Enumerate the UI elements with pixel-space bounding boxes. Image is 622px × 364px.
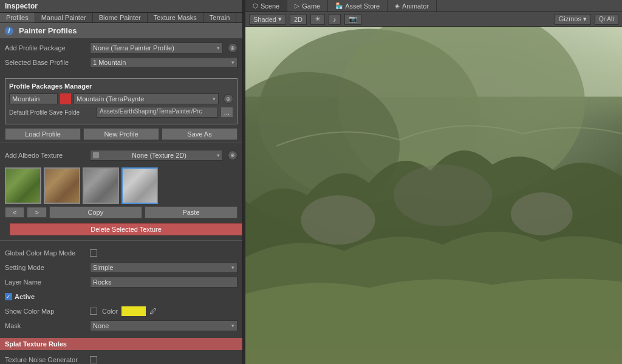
scene-icon: ⬡: [253, 2, 258, 9]
manager-name-row: Mountain (TerraPaynte ▾ ⊕: [9, 93, 233, 104]
profile-buttons-row: Load Profile New Profile Save As: [5, 128, 238, 140]
add-profile-row: Add Profile Package None (Terra Painter …: [5, 42, 238, 54]
albedo-options-btn[interactable]: ⊕: [228, 150, 238, 160]
animator-icon: ◈: [395, 2, 400, 9]
noise-gen-label: Texture Noise Generator: [5, 356, 90, 363]
terrain-scene-view[interactable]: [245, 27, 622, 364]
shading-dropdown[interactable]: Shaded▾: [249, 14, 286, 25]
add-profile-dropdown[interactable]: None (Terra Painter Profile) ▾: [90, 42, 223, 53]
scene-toolbar: Shaded▾ 2D ☀ ♪ 📷 Gizmos ▾ Qr Alt: [245, 12, 622, 27]
scene-tab-asset-store[interactable]: 🏪 Asset Store: [328, 0, 388, 12]
noise-gen-row: Texture Noise Generator: [5, 354, 238, 364]
save-folder-path: Assets/EarthShaping/TerraPainter/Prc: [97, 107, 218, 118]
add-albedo-row: Add Albedo Texture None (Texture 2D) ▾ ⊕: [5, 149, 238, 161]
texture-thumbnails: [5, 167, 238, 204]
save-folder-row: Default Profile Save Folde Assets/EarthS…: [9, 107, 233, 118]
svg-point-6: [511, 192, 573, 235]
mask-row: Mask None ▾: [5, 320, 238, 332]
settings-section: Global Color Map Mode Setting Mode Simpl…: [0, 243, 242, 338]
save-as-btn[interactable]: Save As: [162, 128, 238, 140]
tab-terrain[interactable]: Terrain: [203, 13, 237, 22]
profile-dropdown[interactable]: Mountain (TerraPaynte ▾: [73, 93, 219, 104]
audio-icon[interactable]: ♪: [329, 14, 341, 25]
copy-btn[interactable]: Copy: [49, 206, 142, 218]
mask-label: Mask: [5, 322, 90, 329]
2d-toggle[interactable]: 2D: [290, 14, 307, 25]
qa-btn[interactable]: Qr Alt: [595, 14, 618, 25]
save-folder-label: Default Profile Save Folde: [9, 109, 94, 116]
setting-mode-label: Setting Mode: [5, 264, 90, 271]
info-icon: i: [5, 27, 13, 35]
show-color-map-checkbox[interactable]: [90, 308, 97, 315]
sun-icon[interactable]: ☀: [310, 14, 325, 25]
manager-title: Profile Packages Manager: [9, 83, 233, 90]
splat-section-title: Splat Texture Rules: [0, 338, 242, 350]
load-profile-btn[interactable]: Load Profile: [5, 128, 81, 140]
browse-folder-btn[interactable]: ...: [220, 107, 233, 118]
gizmos-btn[interactable]: Gizmos ▾: [555, 14, 591, 25]
selected-base-row: Selected Base Profile 1 Mountain ▾: [5, 56, 238, 69]
scene-panel: ⬡ Scene ▷ Game 🏪 Asset Store ◈ Animator …: [245, 0, 622, 364]
svg-point-5: [394, 164, 493, 226]
global-color-checkbox[interactable]: [90, 249, 97, 257]
mask-dropdown[interactable]: None ▾: [90, 320, 238, 331]
new-profile-btn[interactable]: New Profile: [83, 128, 159, 140]
show-color-map-row: Show Color Map Color 🖊: [5, 305, 238, 317]
terrain-svg: [245, 27, 622, 364]
active-label: Active: [15, 293, 35, 300]
layer-name-row: Layer Name: [5, 276, 238, 288]
color-label: Color: [102, 308, 118, 315]
active-row: Active: [5, 291, 238, 303]
show-color-map-label: Show Color Map: [5, 308, 90, 315]
global-color-row: Global Color Map Mode: [5, 247, 238, 259]
setting-mode-dropdown[interactable]: Simple ▾: [90, 262, 238, 273]
scene-tab-scene[interactable]: ⬡ Scene: [245, 0, 287, 12]
terrain-background: [245, 27, 622, 364]
scene-tab-game[interactable]: ▷ Game: [287, 0, 328, 12]
inspector-panel: Inspector Profiles Manual Painter Biome …: [0, 0, 243, 364]
add-albedo-label: Add Albedo Texture: [5, 152, 90, 159]
setting-mode-row: Setting Mode Simple ▾: [5, 261, 238, 274]
layer-name-label: Layer Name: [5, 278, 90, 286]
scene-tabs-bar: ⬡ Scene ▷ Game 🏪 Asset Store ◈ Animator: [245, 0, 622, 12]
add-profile-label: Add Profile Package: [5, 44, 90, 52]
color-swatch[interactable]: [60, 93, 71, 104]
layer-name-input[interactable]: [90, 277, 238, 288]
profile-manager-box: Profile Packages Manager Mountain (Terra…: [5, 78, 238, 124]
noise-gen-checkbox[interactable]: [90, 356, 97, 363]
tab-manual-painter[interactable]: Manual Painter: [35, 13, 93, 22]
tab-texture-masks[interactable]: Texture Masks: [148, 13, 203, 22]
inspector-label: Inspector: [5, 2, 38, 10]
profile-name-input[interactable]: [9, 93, 58, 104]
delete-texture-btn[interactable]: Delete Selected Texture: [10, 223, 242, 235]
tab-biome-painter[interactable]: Biome Painter: [93, 13, 148, 22]
selected-base-dropdown[interactable]: 1 Mountain ▾: [90, 57, 238, 68]
texture-thumb-4[interactable]: [121, 167, 158, 204]
inspector-header: Inspector: [0, 0, 242, 13]
add-profile-options-btn[interactable]: ⊕: [228, 43, 238, 53]
color-swatch-yellow[interactable]: [121, 306, 146, 316]
profile-options-btn[interactable]: ⊕: [224, 94, 233, 104]
splat-content: Texture Noise Generator Cavity Type Conc…: [0, 350, 242, 364]
texture-thumb-3[interactable]: [83, 167, 119, 204]
global-color-label: Global Color Map Mode: [5, 249, 90, 257]
selected-base-label: Selected Base Profile: [5, 59, 90, 66]
nav-copy-row: < > Copy Paste: [5, 206, 238, 218]
albedo-texture-dropdown[interactable]: None (Texture 2D) ▾: [90, 150, 223, 161]
game-icon: ▷: [295, 2, 299, 9]
store-icon: 🏪: [335, 2, 343, 9]
texture-thumb-2[interactable]: [44, 167, 80, 204]
eyedropper-btn[interactable]: 🖊: [148, 307, 158, 315]
scene-tab-animator[interactable]: ◈ Animator: [388, 0, 437, 12]
svg-point-4: [301, 195, 375, 244]
nav-next-btn[interactable]: >: [27, 207, 46, 218]
nav-prev-btn[interactable]: <: [5, 207, 24, 218]
painter-profiles-title: Painter Profiles: [19, 26, 77, 35]
delete-wrapper: Delete Selected Texture: [5, 221, 238, 238]
texture-thumb-1[interactable]: [5, 167, 41, 204]
paste-btn[interactable]: Paste: [145, 206, 238, 218]
camera-icon[interactable]: 📷: [344, 14, 361, 25]
active-checkbox[interactable]: [5, 293, 12, 300]
painter-profiles-section: i Painter Profiles: [0, 23, 242, 38]
tab-profiles[interactable]: Profiles: [0, 13, 35, 22]
